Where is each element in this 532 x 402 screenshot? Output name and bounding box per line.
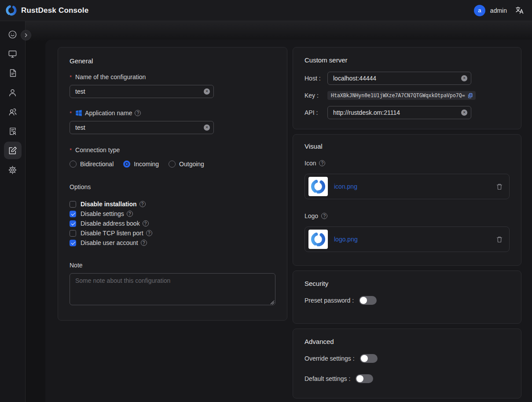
username: admin [490,7,507,14]
windows-icon [75,110,82,117]
trash-icon [496,183,503,190]
radio-outgoing[interactable]: Outgoing [169,161,204,168]
content-wrapper: General * Name of the configuration ✕ * [45,40,532,402]
options-group: Disable installation ? Disable settings … [70,199,275,248]
required-asterisk: * [70,147,72,153]
config-name-input[interactable] [70,85,214,98]
key-value: HtaXBkJNHyn0e1U1jWXze7A7CN7QTGWqxkOtpaVp… [331,92,465,99]
sidebar-item-dashboard[interactable] [4,26,22,43]
help-icon[interactable]: ? [135,110,141,116]
main-area: General * Name of the configuration ✕ * [26,21,532,402]
sidebar-item-audit[interactable] [4,122,22,140]
sidebar-item-users[interactable] [4,84,22,101]
radio-icon [70,161,77,168]
edit-icon [7,146,18,156]
help-icon[interactable]: ? [321,213,327,219]
sidebar-item-settings[interactable] [4,161,22,179]
override-settings-label: Override settings : [305,355,355,362]
option-disable-tcp-listen-port[interactable]: Disable TCP listen port ? [70,228,275,238]
sidebar-item-custom-clients[interactable] [4,142,22,159]
chevron-right-icon [23,33,29,38]
default-settings-label: Default settings : [305,375,350,382]
application-name-input[interactable] [70,121,214,134]
sidebar-item-groups[interactable] [4,103,22,121]
preset-password-toggle[interactable] [359,296,377,305]
copy-icon [467,93,473,99]
option-disable-installation[interactable]: Disable installation ? [70,199,275,209]
document-icon [8,68,18,78]
host-input[interactable] [327,72,471,85]
sidebar [0,21,26,402]
clear-icon[interactable]: ✕ [204,88,210,95]
delete-logo-button[interactable] [496,236,503,243]
option-disable-address-book[interactable]: Disable address book ? [70,219,275,228]
rustdesk-logo-icon [5,4,17,16]
logo-thumbnail [308,230,328,249]
override-settings-toggle[interactable] [360,354,378,363]
topbar: RustDesk Console a admin [0,0,532,21]
icon-file-link[interactable]: icon.png [334,183,357,190]
gear-icon [7,165,18,175]
help-icon[interactable]: ? [319,160,325,166]
general-card: General * Name of the configuration ✕ * [58,47,287,321]
radio-icon [169,161,176,168]
clear-icon[interactable]: ✕ [461,110,467,116]
logo-file-box: logo.png [305,227,510,252]
copy-key-button[interactable] [467,93,473,99]
note-label: Note [70,262,275,269]
general-title: General [70,57,275,65]
help-icon[interactable]: ? [141,240,147,246]
api-input[interactable] [327,106,471,119]
monitor-icon [7,49,18,59]
visual-title: Visual [305,143,510,150]
required-asterisk: * [70,74,72,80]
help-icon[interactable]: ? [146,230,152,236]
logo-label: Logo ? [305,212,510,219]
help-icon[interactable]: ? [127,211,133,217]
clear-icon[interactable]: ✕ [204,124,210,131]
note-textarea[interactable] [70,273,275,305]
user-menu[interactable]: a admin [474,5,507,16]
brand: RustDesk Console [5,4,88,16]
checkbox-icon[interactable] [70,211,76,217]
checkbox-icon[interactable] [70,230,76,237]
advanced-card: Advanced Override settings : Default set… [293,329,521,398]
help-icon[interactable]: ? [139,201,146,207]
sidebar-item-devices[interactable] [4,45,22,62]
translate-icon [515,6,524,15]
security-title: Security [305,280,510,287]
host-label: Host : [305,75,327,82]
required-asterisk: * [70,110,72,117]
users-icon [7,107,18,117]
radio-bidirectional[interactable]: Bidirectional [70,161,114,168]
api-label: API : [305,109,327,116]
icon-file-box: icon.png [305,174,510,199]
sidebar-item-documents[interactable] [4,64,22,82]
checkbox-icon[interactable] [70,201,76,208]
connection-type-group: Bidirectional Incoming Outgoing [70,161,275,168]
app-title: RustDesk Console [21,6,88,15]
avatar[interactable]: a [474,5,485,16]
option-disable-settings[interactable]: Disable settings ? [70,209,275,219]
icon-label: Icon ? [305,160,510,167]
checkbox-icon[interactable] [70,220,76,227]
delete-icon-button[interactable] [496,183,503,190]
key-label: Key : [305,92,327,99]
default-settings-toggle[interactable] [356,374,373,383]
trash-icon [496,236,503,243]
radio-incoming[interactable]: Incoming [123,161,159,168]
custom-server-card: Custom server Host : ✕ Key : HtaXBkJNHyn… [293,47,521,129]
option-disable-user-account[interactable]: Disable user account ? [70,238,275,248]
key-value-chip: HtaXBkJNHyn0e1U1jWXze7A7CN7QTGWqxkOtpaVp… [327,91,476,100]
language-button[interactable] [515,6,524,15]
radio-icon [123,161,130,168]
sidebar-expand-button[interactable] [21,30,31,40]
checkbox-icon[interactable] [70,240,76,246]
clear-icon[interactable]: ✕ [461,75,467,81]
help-icon[interactable]: ? [143,220,149,227]
rustdesk-logo-icon [310,179,326,194]
smiley-icon [7,29,18,40]
logo-file-link[interactable]: logo.png [334,236,358,243]
security-card: Security Preset password : [293,270,521,324]
config-name-label: * Name of the configuration [70,73,275,80]
